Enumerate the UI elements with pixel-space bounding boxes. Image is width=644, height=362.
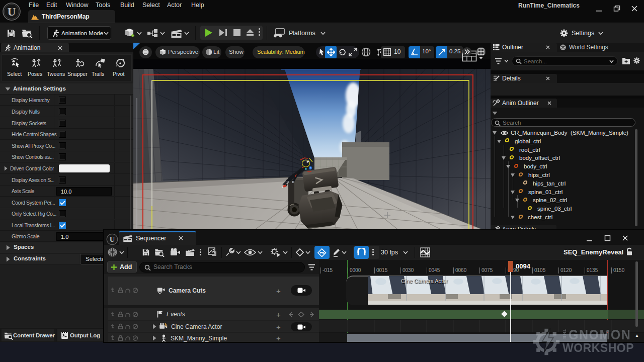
- svg-text:U: U: [8, 6, 16, 18]
- svg-text:U: U: [110, 235, 115, 243]
